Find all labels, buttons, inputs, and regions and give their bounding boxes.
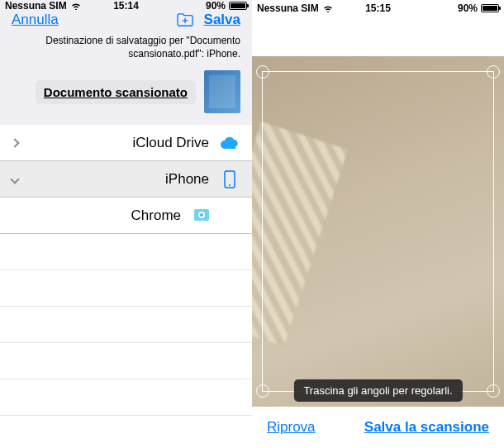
cloud-icon [219, 132, 240, 154]
battery-icon [481, 4, 499, 12]
crop-rectangle[interactable] [262, 71, 494, 392]
list-item [0, 416, 252, 448]
location-label: iCloud Drive [28, 135, 209, 151]
location-label: Chrome [12, 207, 181, 224]
crop-handle-top-left[interactable] [256, 65, 269, 79]
empty-rows [0, 234, 252, 448]
instruction-toast: Trascina gli angoli per regolarli. [293, 379, 462, 402]
destination-text-2: scansionato.pdf": iPhone. [0, 48, 240, 61]
bottom-toolbar: Riprova Salva la scansione [252, 407, 504, 448]
location-chrome[interactable]: Chrome [0, 198, 252, 234]
save-button[interactable]: Salva [204, 12, 240, 28]
chrome-icon [191, 205, 212, 226]
list-item [0, 343, 252, 379]
crop-handle-bottom-right[interactable] [487, 384, 500, 398]
list-item [0, 234, 252, 270]
location-iphone[interactable]: iPhone [0, 161, 252, 198]
svg-point-4 [200, 213, 203, 217]
destination-info: Destinazione di salvataggio per "Documen… [0, 28, 252, 70]
cancel-button[interactable]: Annulla [12, 12, 59, 28]
crop-handle-bottom-left[interactable] [256, 384, 269, 398]
clock: 15:15 [252, 2, 504, 14]
save-dialog-screen: Nessuna SIM 15:14 90% Annulla Salva Dest… [0, 0, 252, 448]
iphone-icon [219, 169, 240, 190]
status-bar: Nessuna SIM 15:14 90% [0, 0, 252, 12]
save-scan-button[interactable]: Salva la scansione [364, 419, 489, 436]
document-thumbnail [204, 70, 240, 113]
battery-icon [229, 2, 247, 10]
chevron-down-icon [10, 174, 19, 183]
nav-spacer [252, 17, 504, 56]
list-item [0, 307, 252, 343]
navigation-bar: Annulla Salva [0, 12, 252, 28]
svg-point-1 [229, 184, 231, 186]
retry-button[interactable]: Riprova [267, 419, 316, 436]
clock: 15:14 [0, 0, 252, 12]
destination-text-1: Destinazione di salvataggio per "Documen… [0, 35, 240, 48]
new-folder-icon[interactable] [176, 12, 194, 27]
crop-handle-top-right[interactable] [487, 65, 500, 79]
document-row: Documento scansionato [0, 70, 252, 125]
location-icloud-drive[interactable]: iCloud Drive [0, 125, 252, 161]
location-label: iPhone [28, 171, 209, 188]
status-bar: Nessuna SIM 15:15 90% [252, 0, 504, 17]
list-item [0, 270, 252, 307]
locations-list: iCloud Drive iPhone Chrome [0, 125, 252, 234]
list-item [0, 379, 252, 416]
document-name-field[interactable]: Documento scansionato [36, 80, 196, 104]
chevron-right-icon [10, 138, 19, 147]
scanner-crop-screen: Nessuna SIM 15:15 90% Trascina gli angol… [252, 0, 504, 448]
scan-preview[interactable]: Trascina gli angoli per regolarli. [252, 56, 504, 407]
